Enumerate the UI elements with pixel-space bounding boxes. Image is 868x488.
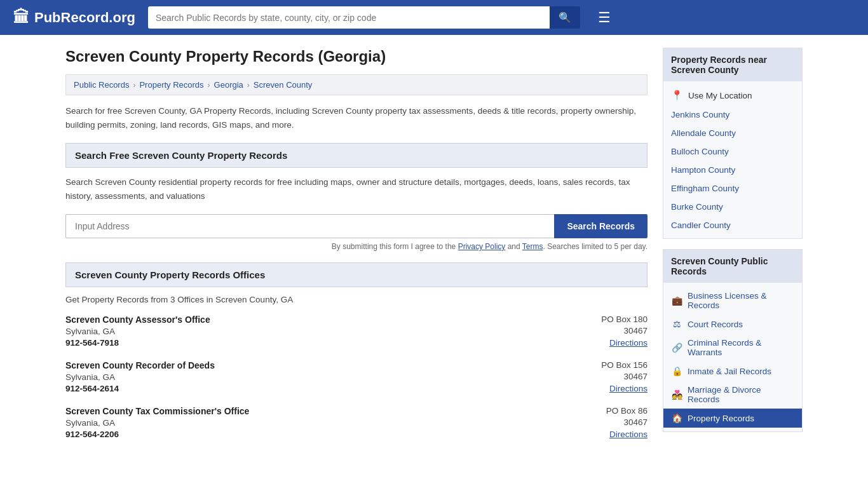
hamburger-icon: ☰ [598, 10, 611, 25]
header-search-form: 🔍 [148, 6, 580, 29]
directions-link-2[interactable]: Directions [609, 430, 648, 439]
location-icon: 📍 [671, 90, 683, 101]
privacy-policy-link[interactable]: Privacy Policy [458, 242, 506, 251]
offices-description: Get Property Records from 3 Offices in S… [65, 295, 648, 304]
office-po-1: PO Box 156 [601, 360, 648, 370]
record-icon-4: 💑 [671, 390, 682, 400]
office-left-1: Screven County Recorder of Deeds Sylvani… [65, 360, 215, 393]
record-icon-1: ⚖ [671, 319, 682, 329]
office-phone-1: 912-564-2614 [65, 384, 215, 393]
breadcrumb-public-records[interactable]: Public Records [74, 80, 129, 90]
sidebar-item-record-5[interactable]: 🏠 Property Records [663, 409, 802, 428]
office-right-0: PO Box 180 30467 Directions [601, 315, 648, 348]
breadcrumb-georgia[interactable]: Georgia [214, 80, 243, 90]
county-label-4: Effingham County [671, 184, 739, 193]
sidebar-item-county-4[interactable]: Effingham County [663, 179, 802, 198]
directions-link-1[interactable]: Directions [609, 384, 648, 393]
nearby-card-header: Property Records near Screven County [663, 48, 802, 81]
search-records-button[interactable]: Search Records [554, 214, 648, 238]
office-entry: Screven County Assessor's Office Sylvani… [65, 315, 648, 348]
site-header: 🏛 PubRecord.org 🔍 ☰ [0, 0, 868, 35]
site-logo[interactable]: 🏛 PubRecord.org [13, 8, 135, 27]
sidebar-item-county-6[interactable]: Candler County [663, 216, 802, 234]
office-zip-2: 30467 [606, 417, 648, 427]
breadcrumb-sep-3: › [247, 81, 250, 90]
public-records-card-header: Screven County Public Records [663, 250, 802, 283]
office-name-0: Screven County Assessor's Office [65, 315, 210, 325]
directions-link-0[interactable]: Directions [609, 338, 648, 348]
record-icon-0: 💼 [671, 295, 682, 306]
sidebar-item-county-1[interactable]: Allendale County [663, 124, 802, 142]
record-label-0: Business Licenses & Records [688, 291, 794, 310]
breadcrumb-screven-county[interactable]: Screven County [254, 80, 313, 90]
county-label-3: Hampton County [671, 165, 735, 175]
logo-icon: 🏛 [13, 8, 29, 27]
public-records-card-body: 💼 Business Licenses & Records ⚖ Court Re… [663, 283, 802, 431]
office-city-2: Sylvania, GA [65, 418, 249, 428]
sidebar-item-county-0[interactable]: Jenkins County [663, 105, 802, 124]
office-phone-0: 912-564-7918 [65, 338, 210, 348]
sidebar-item-county-5[interactable]: Burke County [663, 198, 802, 216]
form-disclaimer: By submitting this form I agree to the P… [65, 242, 648, 251]
office-entry: Screven County Recorder of Deeds Sylvani… [65, 360, 648, 393]
office-phone-2: 912-564-2206 [65, 430, 249, 439]
public-records-list: 💼 Business Licenses & Records ⚖ Court Re… [663, 287, 802, 428]
offices-list: Screven County Assessor's Office Sylvani… [65, 315, 648, 439]
sidebar-item-record-0[interactable]: 💼 Business Licenses & Records [663, 287, 802, 315]
address-search-form: Search Records [65, 214, 648, 238]
sidebar-item-record-4[interactable]: 💑 Marriage & Divorce Records [663, 381, 802, 409]
office-city-1: Sylvania, GA [65, 372, 215, 382]
office-right-1: PO Box 156 30467 Directions [601, 360, 648, 393]
office-zip-1: 30467 [601, 372, 648, 381]
page-description: Search for free Screven County, GA Prope… [65, 104, 648, 132]
county-label-2: Bulloch County [671, 147, 729, 156]
header-search-button[interactable]: 🔍 [550, 6, 580, 29]
search-sub-description: Search Screven County residential proper… [65, 175, 648, 203]
use-location-item[interactable]: 📍 Use My Location [663, 85, 802, 105]
record-icon-2: 🔗 [671, 342, 682, 353]
offices-section-header: Screven County Property Records Offices [65, 262, 648, 287]
record-label-1: Court Records [688, 320, 743, 329]
sidebar-item-record-2[interactable]: 🔗 Criminal Records & Warrants [663, 334, 802, 362]
county-label-1: Allendale County [671, 128, 736, 138]
record-icon-5: 🏠 [671, 413, 682, 423]
public-records-card: Screven County Public Records 💼 Business… [663, 249, 803, 432]
sidebar: Property Records near Screven County 📍 U… [663, 48, 803, 452]
nearby-counties-list: Jenkins CountyAllendale CountyBulloch Co… [663, 105, 802, 234]
county-label-6: Candler County [671, 220, 731, 230]
header-search-input[interactable] [148, 6, 550, 29]
record-icon-3: 🔒 [671, 366, 682, 376]
use-location-text: Use My Location [688, 91, 752, 100]
sidebar-item-county-3[interactable]: Hampton County [663, 161, 802, 179]
office-po-0: PO Box 180 [601, 315, 648, 324]
nearby-card: Property Records near Screven County 📍 U… [663, 48, 803, 239]
page-title: Screven County Property Records (Georgia… [65, 48, 648, 65]
breadcrumb: Public Records › Property Records › Geor… [65, 74, 648, 95]
sidebar-item-county-2[interactable]: Bulloch County [663, 142, 802, 161]
search-icon: 🔍 [559, 12, 571, 23]
office-name-2: Screven County Tax Commissioner's Office [65, 406, 249, 416]
office-right-2: PO Box 86 30467 Directions [606, 406, 648, 439]
logo-text: PubRecord.org [34, 10, 135, 26]
sidebar-item-record-1[interactable]: ⚖ Court Records [663, 315, 802, 334]
office-city-0: Sylvania, GA [65, 327, 210, 336]
breadcrumb-sep-2: › [208, 81, 210, 90]
disclaimer-text: By submitting this form I agree to the [332, 242, 458, 251]
record-label-2: Criminal Records & Warrants [688, 338, 794, 357]
office-left-0: Screven County Assessor's Office Sylvani… [65, 315, 210, 348]
office-entry: Screven County Tax Commissioner's Office… [65, 406, 648, 439]
nearby-card-body: 📍 Use My Location Jenkins CountyAllendal… [663, 81, 802, 238]
breadcrumb-sep-1: › [133, 81, 135, 90]
county-label-0: Jenkins County [671, 110, 729, 119]
record-label-4: Marriage & Divorce Records [688, 385, 794, 404]
county-label-5: Burke County [671, 202, 723, 212]
address-input[interactable] [65, 214, 554, 238]
main-content: Screven County Property Records (Georgia… [65, 48, 648, 452]
record-label-5: Property Records [688, 414, 754, 423]
sidebar-item-record-3[interactable]: 🔒 Inmate & Jail Records [663, 362, 802, 381]
breadcrumb-property-records[interactable]: Property Records [139, 80, 203, 90]
hamburger-menu-button[interactable]: ☰ [593, 7, 616, 29]
terms-link[interactable]: Terms [522, 242, 543, 251]
disclaimer-and: and [505, 242, 522, 251]
record-label-3: Inmate & Jail Records [688, 367, 771, 376]
